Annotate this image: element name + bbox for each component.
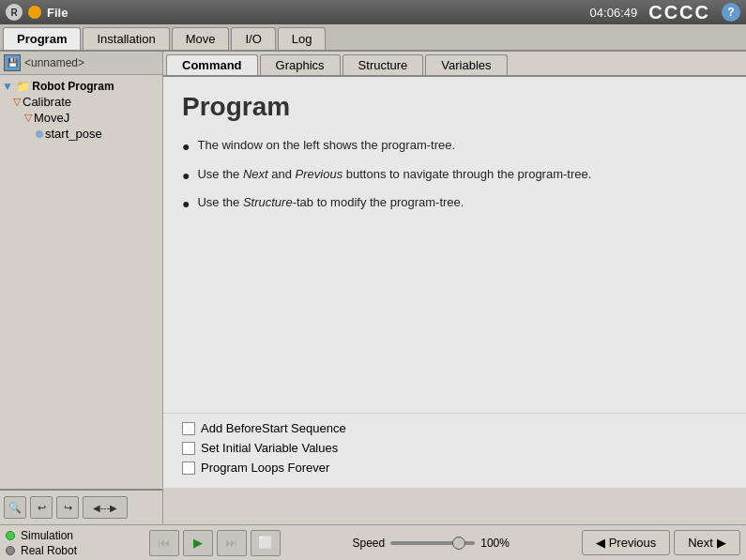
tree-calibrate-label: Calibrate — [23, 95, 71, 109]
content-tab-bar: Command Graphics Structure Variables — [163, 52, 746, 77]
tab-structure[interactable]: Structure — [343, 54, 424, 75]
tree-calibrate-icon: ▽ — [13, 96, 21, 108]
content-list: ● The window on the left shows the progr… — [182, 137, 727, 214]
search-button[interactable]: 🔍 — [4, 496, 26, 519]
checkbox-initial-variable[interactable] — [182, 442, 195, 455]
next-button[interactable]: Next ▶ — [674, 530, 740, 555]
speed-thumb[interactable] — [452, 537, 465, 550]
content-title: Program — [182, 92, 727, 122]
next-arrow-icon: ▶ — [717, 536, 726, 550]
status-indicators: Simulation Real Robot — [6, 529, 77, 557]
checkbox-before-start[interactable] — [182, 422, 195, 435]
left-panel-header: 💾 <unnamed> — [0, 52, 162, 75]
list-item-2: ● Use the Next and Previous buttons to n… — [182, 166, 727, 186]
checkbox-loops-forever-label: Program Loops Forever — [201, 461, 329, 475]
tree-movej-label: MoveJ — [34, 111, 69, 125]
tab-command[interactable]: Command — [166, 54, 258, 75]
previous-arrow-icon: ◀ — [596, 536, 605, 550]
simulation-label: Simulation — [21, 529, 73, 542]
checkbox-initial-variable-label: Set Initial Variable Values — [201, 441, 338, 455]
simulation-dot — [6, 531, 15, 540]
real-robot-status: Real Robot — [6, 544, 77, 557]
undo-button[interactable]: ↩ — [30, 496, 53, 519]
move-icon[interactable]: ◀---▶ — [83, 496, 128, 519]
tab-move[interactable]: Move — [172, 27, 230, 50]
tab-variables[interactable]: Variables — [425, 54, 507, 75]
time-display: 04:06:49 — [590, 6, 638, 20]
tab-graphics[interactable]: Graphics — [260, 54, 341, 75]
top-tab-bar: Program Installation Move I/O Log — [0, 24, 746, 52]
titlebar-right: 04:06:49 CCCC ? — [590, 2, 740, 23]
skip-forward-button[interactable]: ⏭ — [217, 530, 247, 556]
bullet-3: ● — [182, 195, 190, 214]
checkbox-loops-forever[interactable] — [182, 462, 195, 475]
tab-io[interactable]: I/O — [231, 27, 275, 50]
window-title: File — [47, 6, 68, 20]
navigation-buttons: ◀ Previous Next ▶ — [582, 530, 740, 555]
checkboxes-area: Add BeforeStart Sequence Set Initial Var… — [163, 413, 746, 488]
speed-area: Speed 100% — [353, 537, 510, 550]
tree-root[interactable]: ▼ 📁 Robot Program — [2, 79, 160, 94]
previous-button[interactable]: ◀ Previous — [582, 530, 671, 555]
tree-movej-icon: ▽ — [24, 112, 32, 124]
real-robot-dot — [6, 546, 15, 555]
redo-button[interactable]: ↪ — [56, 496, 79, 519]
speed-slider[interactable] — [390, 541, 475, 545]
tree-item-calibrate[interactable]: ▽ Calibrate — [13, 94, 160, 110]
titlebar: R File 04:06:49 CCCC ? — [0, 0, 746, 24]
tab-installation[interactable]: Installation — [83, 27, 169, 50]
checkbox-before-start-label: Add BeforeStart Sequence — [201, 421, 346, 435]
tab-program[interactable]: Program — [3, 27, 81, 50]
list-item-1: ● The window on the left shows the progr… — [182, 137, 727, 157]
list-text-3: Use the Structure-tab to modify the prog… — [197, 194, 464, 211]
transport-controls: ⏮ ▶ ⏭ ⬜ — [149, 530, 281, 556]
status-bar: Simulation Real Robot ⏮ ▶ ⏭ ⬜ Speed 100%… — [0, 524, 746, 560]
list-item-3: ● Use the Structure-tab to modify the pr… — [182, 194, 727, 214]
minimize-button[interactable] — [28, 6, 41, 19]
tree-root-label: Robot Program — [32, 80, 114, 93]
speed-label: Speed — [353, 537, 386, 550]
play-button[interactable]: ▶ — [183, 530, 213, 556]
right-panel: Command Graphics Structure Variables Pro… — [163, 52, 746, 488]
connection-status: CCCC — [648, 2, 710, 23]
content-area: Program ● The window on the left shows t… — [163, 77, 746, 413]
stop-button[interactable]: ⬜ — [251, 530, 281, 556]
checkbox-row-2: Set Initial Variable Values — [182, 441, 727, 455]
speed-value: 100% — [480, 537, 510, 550]
bullet-2: ● — [182, 167, 190, 186]
simulation-status: Simulation — [6, 529, 77, 542]
checkbox-row-3: Program Loops Forever — [182, 461, 727, 475]
tree-start-pose-label: start_pose — [45, 127, 102, 141]
tree-item-movej[interactable]: ▽ MoveJ — [24, 110, 160, 126]
real-robot-label: Real Robot — [21, 544, 77, 557]
tree-item-start-pose[interactable]: start_pose — [36, 126, 160, 142]
next-label: Next — [688, 536, 713, 550]
checkbox-row-1: Add BeforeStart Sequence — [182, 421, 727, 435]
app-logo: R — [6, 4, 23, 21]
titlebar-left: R File — [6, 4, 68, 21]
list-text-2: Use the Next and Previous buttons to nav… — [197, 166, 591, 183]
help-button[interactable]: ? — [722, 3, 740, 22]
save-icon[interactable]: 💾 — [4, 54, 21, 71]
main-area: 💾 <unnamed> ▼ 📁 Robot Program ▽ Calibrat… — [0, 52, 746, 488]
bullet-1: ● — [182, 138, 190, 157]
previous-label: Previous — [609, 536, 657, 550]
program-tree: ▼ 📁 Robot Program ▽ Calibrate ▽ MoveJ st… — [0, 75, 162, 488]
program-name-label: <unnamed> — [24, 56, 84, 69]
left-panel: 💾 <unnamed> ▼ 📁 Robot Program ▽ Calibrat… — [0, 52, 163, 488]
tree-start-pose-icon — [36, 130, 43, 138]
list-text-1: The window on the left shows the program… — [197, 137, 455, 154]
tab-log[interactable]: Log — [278, 27, 327, 50]
tree-folder-icon: ▼ 📁 — [2, 80, 30, 93]
skip-back-button[interactable]: ⏮ — [149, 530, 179, 556]
bottom-toolbar: 🔍 ↩ ↪ ◀---▶ — [0, 489, 163, 524]
